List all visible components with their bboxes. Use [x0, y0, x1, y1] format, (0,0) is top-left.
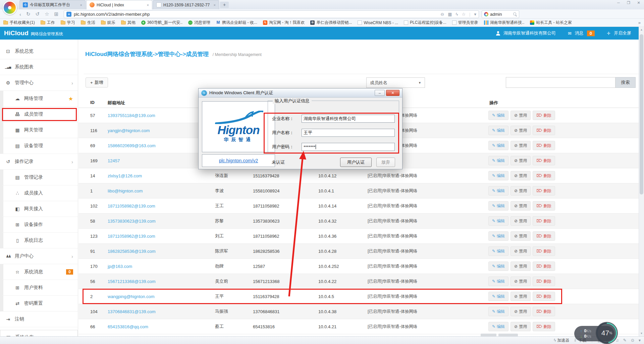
magnifier-icon[interactable]: [513, 12, 517, 16]
delete-button[interactable]: ⌦删除: [533, 201, 555, 211]
bookmark-item[interactable]: 学习: [61, 20, 75, 25]
member-email-link[interactable]: yangjin@hignton.com: [108, 128, 150, 133]
disable-button[interactable]: ⊘禁用: [511, 111, 531, 120]
maximize-button[interactable]: ❐: [626, 1, 631, 5]
bookmark-item[interactable]: 湖南华辰智通科技..: [484, 20, 525, 25]
sidebar-item-15[interactable]: ⊞ 用户资料: [0, 280, 78, 296]
edit-button[interactable]: ✎编辑: [488, 262, 508, 271]
delete-button[interactable]: ⌦删除: [533, 171, 555, 180]
disable-button[interactable]: ⊘禁用: [511, 216, 531, 226]
member-email-link[interactable]: 13573830623@139.com: [108, 219, 156, 224]
delete-button[interactable]: ⌦删除: [533, 277, 555, 286]
member-email-link[interactable]: 12457: [108, 158, 120, 163]
disable-button[interactable]: ⊘禁用: [511, 246, 531, 256]
sidebar-item-13[interactable]: ♟♟ 用户中心 ›: [0, 248, 78, 264]
sidebar-item-18[interactable]: ▣ 系统公告: [0, 330, 78, 336]
dialog-minimize-button[interactable]: –: [375, 90, 385, 96]
sidebar-item-8[interactable]: ▤ 管理记录: [0, 170, 78, 185]
bookmark-item[interactable]: 工作: [41, 20, 55, 25]
favorite-star-icon[interactable]: ★: [68, 96, 73, 102]
add-member-button[interactable]: +新增: [86, 77, 108, 88]
member-email-link[interactable]: zlxlsy1@126.com: [108, 173, 142, 178]
sidebar-item-0[interactable]: ⊡ 系统总览: [0, 44, 78, 59]
disable-button[interactable]: ⊘禁用: [511, 126, 531, 135]
apps-icon[interactable]: ⊞: [54, 11, 59, 17]
bookmark-item[interactable]: 娱乐: [101, 20, 115, 25]
delete-button[interactable]: ⌦删除: [533, 246, 555, 256]
username-field[interactable]: 王平: [302, 129, 395, 137]
sidebar-item-7[interactable]: ↺ 操作记录 ›: [0, 154, 78, 170]
edit-button[interactable]: ✎编辑: [488, 307, 508, 316]
sidebar-item-2[interactable]: ⚙ 管理中心 ›: [0, 75, 78, 91]
edit-button[interactable]: ✎编辑: [488, 111, 508, 120]
browser-search-box[interactable]: admin: [482, 10, 519, 18]
abandon-button[interactable]: 放弃: [376, 158, 395, 167]
edit-button[interactable]: ✎编辑: [488, 171, 508, 180]
edit-button[interactable]: ✎编辑: [488, 156, 508, 165]
member-email-link[interactable]: 15866020699@163.com: [108, 143, 156, 148]
delete-button[interactable]: ⌦删除: [533, 126, 555, 135]
member-email-link[interactable]: 654153816@qq.com: [108, 324, 148, 329]
url-field[interactable]: + plc.hignton.com/V2/admin-member.php ⊖ …: [64, 10, 479, 18]
favorite-icon[interactable]: ☆: [45, 11, 49, 17]
sidebar-item-16[interactable]: ⇄ 密码重置: [0, 296, 78, 311]
sidebar-item-11[interactable]: ⊞ 设备操作: [0, 217, 78, 233]
bookmark-item[interactable]: ⋯ 消息管理: [188, 20, 210, 25]
bookmark-item[interactable]: PLC远程监控|设备...: [404, 20, 446, 25]
fullscreen-toggle[interactable]: 开启全屏: [614, 30, 631, 36]
star-icon[interactable]: ☆: [462, 12, 466, 17]
browser-logo-icon[interactable]: [3, 1, 17, 15]
edit-button[interactable]: ✎编辑: [488, 216, 508, 226]
sidebar-item-9[interactable]: ∴ 成员接入: [0, 185, 78, 201]
url-text[interactable]: plc.hignton.com/V2/admin-member.php: [74, 12, 438, 17]
bookmark-item[interactable]: 单 单仁合强移动营销...: [310, 20, 352, 25]
edit-button[interactable]: ✎编辑: [488, 186, 508, 195]
new-tab-button[interactable]: +: [220, 2, 229, 8]
bookmark-item[interactable]: + 360导航_新一代安..: [141, 20, 182, 25]
disable-button[interactable]: ⊘禁用: [511, 156, 531, 165]
edit-button[interactable]: ✎编辑: [488, 141, 508, 150]
lightning-icon[interactable]: ϟ: [456, 12, 458, 17]
disable-button[interactable]: ⊘禁用: [511, 277, 531, 286]
sidebar-item-3[interactable]: ☁ 网络管理 ★: [0, 91, 78, 107]
company-field[interactable]: 湖南华辰智通科技有限公司: [302, 115, 395, 123]
disable-button[interactable]: ⊘禁用: [511, 141, 531, 150]
delete-button[interactable]: ⌦删除: [533, 156, 555, 165]
filter-select[interactable]: 成员姓名 ▼: [366, 77, 425, 88]
sidebar-item-14[interactable]: ⍾ 系统消息 0: [0, 264, 78, 280]
edit-button[interactable]: ✎编辑: [488, 246, 508, 256]
disable-button[interactable]: ⊘禁用: [511, 231, 531, 241]
delete-button[interactable]: ⌦删除: [533, 141, 555, 150]
member-email-link[interactable]: 18711058962@139.com: [108, 234, 155, 239]
sidebar-item-4[interactable]: 品 成员管理: [0, 107, 78, 122]
tab-close-icon[interactable]: ×: [80, 3, 82, 7]
delete-button[interactable]: ⌦删除: [533, 186, 555, 195]
search-button[interactable]: 搜索: [615, 77, 636, 88]
delete-button[interactable]: ⌦删除: [533, 231, 555, 241]
edit-button[interactable]: ✎编辑: [488, 126, 508, 135]
delete-button[interactable]: ⌦删除: [533, 216, 555, 226]
delete-button[interactable]: ⌦删除: [533, 292, 555, 301]
member-email-link[interactable]: 18711058982@139.com: [108, 204, 155, 209]
bookmark-item[interactable]: 手机收藏夹(1): [3, 20, 35, 25]
sidebar-item-10[interactable]: ◧ 网关接入: [0, 201, 78, 217]
bookmark-item[interactable]: 生活: [81, 20, 95, 25]
member-email-link[interactable]: 18628258536@139.com: [108, 249, 156, 254]
member-email-link[interactable]: 13706846831@139.com: [108, 309, 156, 314]
close-button[interactable]: ✕: [636, 1, 641, 5]
search-input[interactable]: [506, 77, 615, 88]
member-email-link[interactable]: jp@163.com: [108, 264, 132, 269]
member-email-link[interactable]: 15671213368@139.com: [108, 279, 156, 284]
vertical-scrollbar[interactable]: ▲ ▼: [639, 27, 644, 336]
tab-close-icon[interactable]: ×: [214, 3, 216, 7]
delete-button[interactable]: ⌦删除: [533, 111, 555, 120]
bookmark-item[interactable]: M 腾讯企业邮箱 - 收...: [216, 20, 257, 25]
scroll-down-icon[interactable]: ▼: [639, 332, 644, 335]
bookmark-item[interactable]: 管理员登录: [452, 20, 478, 25]
accelerator-item[interactable]: ϟ加速器: [554, 338, 569, 343]
sidebar-item-17[interactable]: ⇥ 注销: [0, 311, 78, 327]
bookmark-item[interactable]: WiseCRM NBS - ...: [358, 20, 398, 25]
disable-button[interactable]: ⊘禁用: [511, 292, 531, 301]
messages-label[interactable]: 消息: [575, 30, 584, 36]
scroll-up-icon[interactable]: ▲: [639, 28, 644, 31]
